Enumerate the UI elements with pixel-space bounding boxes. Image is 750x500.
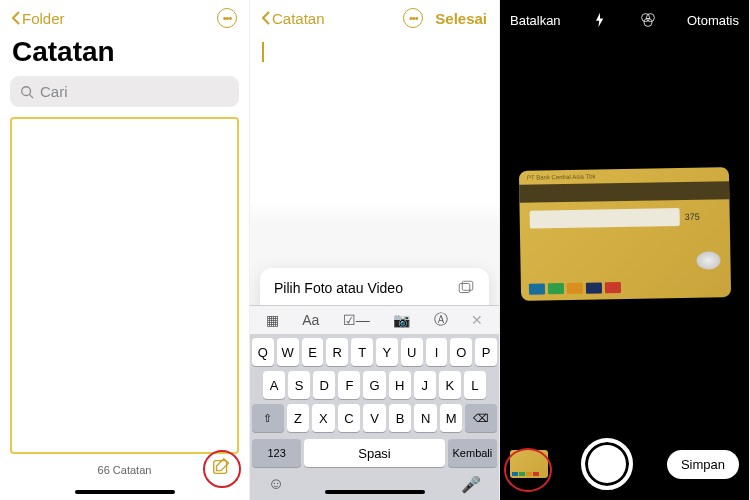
close-keyboard-icon[interactable]: ✕	[471, 312, 483, 328]
scan-thumbnail[interactable]	[510, 450, 548, 478]
emoji-button[interactable]: ☺	[268, 475, 284, 494]
key-b[interactable]: B	[389, 404, 412, 432]
key-y[interactable]: Y	[376, 338, 398, 366]
key-r[interactable]: R	[326, 338, 348, 366]
magnetic-stripe	[519, 181, 729, 203]
flash-icon[interactable]	[592, 12, 608, 28]
checklist-icon[interactable]: ☑―	[343, 312, 370, 328]
note-card[interactable]	[10, 117, 239, 454]
keyboard-toolbar: ▦ Aa ☑― 📷 Ⓐ ✕	[250, 305, 499, 334]
key-v[interactable]: V	[363, 404, 386, 432]
space-key[interactable]: Spasi	[304, 439, 445, 467]
back-label: Catatan	[272, 10, 325, 27]
done-button[interactable]: Selesai	[435, 10, 487, 27]
back-button[interactable]: Catatan	[262, 10, 325, 27]
note-editor-screen: Catatan ••• Selesai Pilih Foto atau Vide…	[250, 0, 500, 500]
key-c[interactable]: C	[338, 404, 361, 432]
key-q[interactable]: Q	[252, 338, 274, 366]
signature-panel	[529, 208, 679, 229]
home-indicator[interactable]	[75, 490, 175, 494]
text-cursor	[262, 42, 264, 62]
back-label: Folder	[22, 10, 65, 27]
search-placeholder: Cari	[40, 83, 68, 100]
filter-icon[interactable]	[640, 12, 656, 28]
cancel-button[interactable]: Batalkan	[510, 13, 561, 28]
key-g[interactable]: G	[363, 371, 385, 399]
search-input[interactable]: Cari	[10, 76, 239, 107]
search-icon	[20, 85, 34, 99]
chevron-left-icon	[262, 11, 270, 25]
numbers-key[interactable]: 123	[252, 439, 301, 467]
more-button[interactable]: •••	[403, 8, 423, 28]
key-k[interactable]: K	[439, 371, 461, 399]
key-h[interactable]: H	[389, 371, 411, 399]
svg-point-9	[646, 14, 654, 22]
shutter-button[interactable]	[581, 438, 633, 490]
more-button[interactable]: •••	[217, 8, 237, 28]
save-button[interactable]: Simpan	[667, 450, 739, 479]
card-issuer-text: PT Bank Central Asia Tbk	[526, 174, 595, 181]
auto-button[interactable]: Otomatis	[687, 13, 739, 28]
key-u[interactable]: U	[401, 338, 423, 366]
key-t[interactable]: T	[351, 338, 373, 366]
camera-icon[interactable]: 📷	[393, 312, 410, 328]
format-button[interactable]: Aa	[302, 312, 319, 328]
key-w[interactable]: W	[277, 338, 299, 366]
markup-icon[interactable]: Ⓐ	[434, 311, 448, 329]
compose-button[interactable]	[211, 456, 233, 480]
notes-count: 66 Catatan	[98, 464, 152, 476]
notes-list-screen: Folder ••• Catatan Cari 66 Catatan	[0, 0, 250, 500]
table-icon[interactable]: ▦	[266, 312, 279, 328]
key-⇧[interactable]: ⇧	[252, 404, 284, 432]
key-p[interactable]: P	[475, 338, 497, 366]
svg-rect-3	[459, 284, 470, 293]
page-title: Catatan	[0, 36, 249, 76]
key-f[interactable]: F	[338, 371, 360, 399]
menu-choose-photo[interactable]: Pilih Foto atau Video	[260, 268, 489, 309]
svg-point-10	[644, 18, 652, 26]
chevron-left-icon	[12, 11, 20, 25]
return-key[interactable]: Kembali	[448, 439, 497, 467]
key-o[interactable]: O	[450, 338, 472, 366]
mic-button[interactable]: 🎤	[461, 475, 481, 494]
svg-line-1	[30, 94, 34, 98]
key-x[interactable]: X	[312, 404, 335, 432]
key-d[interactable]: D	[313, 371, 335, 399]
key-m[interactable]: M	[440, 404, 463, 432]
key-j[interactable]: J	[414, 371, 436, 399]
key-s[interactable]: S	[288, 371, 310, 399]
network-logos	[528, 282, 620, 295]
key-z[interactable]: Z	[287, 404, 310, 432]
camera-viewport: PT Bank Central Asia Tbk 375	[500, 40, 749, 428]
document-scanner-screen: Batalkan Otomatis PT Bank Central Asia T…	[500, 0, 750, 500]
menu-label: Pilih Foto atau Video	[274, 280, 403, 296]
key-l[interactable]: L	[464, 371, 486, 399]
home-indicator[interactable]	[325, 490, 425, 494]
key-i[interactable]: I	[426, 338, 448, 366]
svg-rect-4	[462, 281, 473, 290]
back-button[interactable]: Folder	[12, 10, 65, 27]
key-e[interactable]: E	[302, 338, 324, 366]
hologram	[696, 251, 720, 269]
key-a[interactable]: A	[263, 371, 285, 399]
svg-point-0	[22, 86, 31, 95]
compose-icon	[211, 456, 233, 478]
photo-library-icon	[457, 279, 475, 297]
key-n[interactable]: N	[414, 404, 437, 432]
key-⌫[interactable]: ⌫	[465, 404, 497, 432]
keyboard: ▦ Aa ☑― 📷 Ⓐ ✕ QWERTYUIOP ASDFGHJKL ⇧ZXCV…	[250, 305, 499, 500]
detected-card: PT Bank Central Asia Tbk 375	[518, 167, 730, 301]
svg-point-8	[641, 14, 649, 22]
cvv-text: 375	[684, 212, 699, 222]
